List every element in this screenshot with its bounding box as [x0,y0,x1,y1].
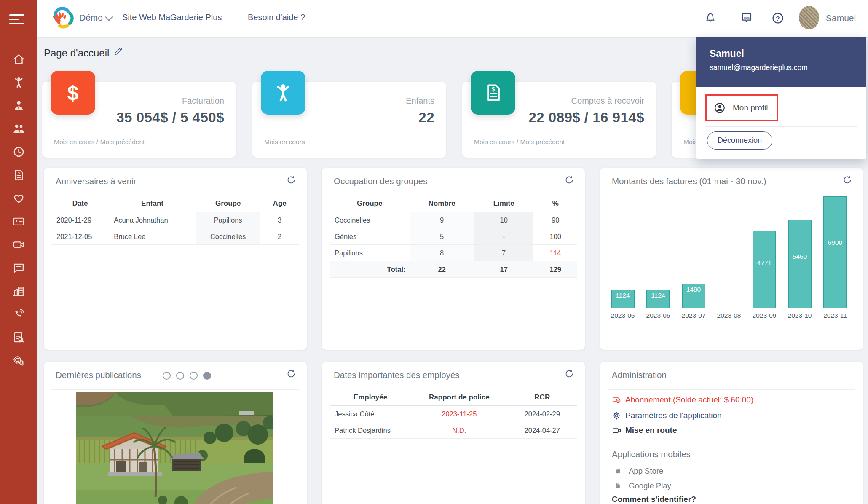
dollar-icon: $ [67,81,79,105]
parents-icon [12,122,25,135]
apple-icon [613,467,622,476]
x-axis-label: 2023-09 [745,312,783,319]
refresh-icon [565,369,574,378]
sidebar-item-children[interactable] [0,73,37,91]
sidebar-item-health[interactable] [0,189,37,207]
column-header: Groupe [330,196,410,212]
table-row: 2021-12-05Bruce LeeCoccinelles2 [51,228,299,245]
admin-link-mise[interactable]: Mise en route [612,424,677,437]
divider [705,126,857,127]
widget-title: Dates importantes des employés [334,370,460,380]
table-header-row: GroupeNombreLimite% [330,196,577,212]
carousel-dot-1[interactable] [163,372,171,380]
divider [54,134,224,134]
stat-footer: Mois en cours [264,138,305,146]
table-header-row: DateEnfantGroupeAge [51,196,299,212]
stat-footer: Mois en cours / Mois précédent [54,138,145,146]
edit-pencil-icon[interactable] [113,46,124,56]
bar-value-label: 1124 [612,292,634,299]
mobile-apps-title: Applications mobiles [612,449,691,459]
sidebar-item-schedule[interactable] [0,142,37,161]
widget-title: Montants des factures (01 mai - 30 nov.) [612,176,766,186]
clock-icon [12,145,25,158]
widget-occupation: Occupation des groupes GroupeNombreLimit… [322,168,585,350]
bar-2023-07: 1490 [682,284,705,308]
daycare-selector-label: Démo [79,13,103,23]
stat-label: Comptes à recevoir [571,96,644,106]
child-icon [273,82,294,103]
sidebar-item-families[interactable] [0,119,37,138]
x-axis-label: 2023-07 [675,312,713,319]
refresh-icon [843,175,852,185]
sidebar-item-settings[interactable] [0,351,37,370]
sidebar-item-reports[interactable] [0,328,37,346]
stat-icon-box: $ [51,71,95,115]
phone-icon [12,308,25,321]
sidebar-item-home[interactable] [0,50,37,68]
help-link[interactable]: Besoin d'aide ? [248,13,305,22]
table-row: 2020-11-29Acuna JohnathanPapillons3 [51,212,299,228]
sidebar-item-videos[interactable] [0,235,37,254]
column-header: RCR [507,389,577,406]
table-total-row: Total:2217129 [330,261,577,278]
stat-label: Facturation [182,96,224,106]
refresh-icon[interactable] [565,369,575,379]
stat-value: 22 089$ / 16 914$ [528,110,644,126]
child-icon [12,76,25,89]
carousel-dot-3[interactable] [190,372,198,380]
publication-photo [76,392,273,504]
website-link[interactable]: Site Web MaGarderie Plus [122,13,222,22]
stat-value: 35 054$ / 5 450$ [116,110,224,126]
refresh-icon[interactable] [287,175,297,185]
sidebar-item-calls[interactable] [0,305,37,323]
messages-icon[interactable] [740,11,753,25]
refresh-icon[interactable] [565,175,575,185]
sidebar-item-billing[interactable]: $ [0,166,37,184]
educator-icon [12,99,25,112]
bar-value-label: 5450 [789,253,811,260]
app-logo[interactable] [51,6,75,30]
table-row: Coccinelles91090 [330,212,577,228]
stat-icon-box: $ [471,71,515,115]
table-row: Patrick DesjardinsN.D.2024-04-27 [330,422,577,439]
video-icon [12,238,25,251]
widget-employee-dates: Dates importantes des employés EmployéeR… [322,362,585,504]
how-to-login-link[interactable]: Comment s'identifier? [612,495,696,504]
logout-button[interactable]: Déconnexion [707,131,772,150]
sidebar-item-contacts[interactable] [0,212,37,231]
svg-text:?: ? [776,15,780,22]
refresh-icon [565,175,574,185]
refresh-icon[interactable] [287,369,297,379]
sidebar-item-messages[interactable] [0,258,37,277]
hamburger-menu-icon[interactable] [9,14,25,25]
idcard-icon [12,215,25,228]
carousel-dot-2[interactable] [176,372,184,380]
stat-label: Enfants [406,96,434,106]
admin-link-paramtres[interactable]: Paramètres de l'application [612,409,722,422]
user-name: Samuel [826,13,856,23]
notifications-bell-icon[interactable] [704,11,717,25]
help-icon[interactable]: ? [771,11,785,25]
column-header: Date [51,196,109,212]
refresh-icon[interactable] [843,175,853,185]
daycare-selector[interactable]: Démo [79,13,112,23]
mobile-link-google-play[interactable]: Google Play [613,480,671,492]
stat-card-comptes-recevoir: $Comptes à recevoir22 089$ / 16 914$Mois… [462,82,656,158]
video-icon [612,426,622,435]
column-header: % [533,196,577,212]
column-header: Groupe [196,196,260,212]
mobile-link-app-store[interactable]: App Store [613,465,663,477]
x-axis-label: 2023-08 [710,312,748,319]
sidebar-item-educators[interactable] [0,96,37,115]
admin-link-abonnement[interactable]: $Abonnement (Solde actuel: $ 60.00) [612,394,753,406]
carousel-dot-4[interactable] [203,372,211,380]
sidebar-item-facility[interactable] [0,281,37,300]
my-profile-menu-item[interactable]: Mon profil [705,94,778,121]
svg-text:$: $ [492,86,495,93]
user-avatar[interactable] [799,6,819,29]
bar-2023-06: 1124 [646,290,670,308]
widget-administration: Administration $Abonnement (Solde actuel… [600,362,863,504]
building-icon [12,284,25,298]
divider [474,134,644,134]
stat-card-facturation: $Facturation35 054$ / 5 450$Mois en cour… [42,82,236,158]
